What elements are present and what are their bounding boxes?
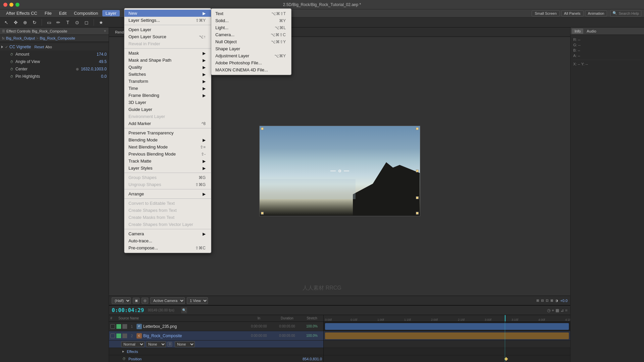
menu-open-layer-source[interactable]: Open Layer Source ⌥↑	[124, 33, 211, 40]
menu-mask-shape-path[interactable]: Mask and Shape Path ▶	[124, 57, 211, 64]
timeline-snap-icon[interactable]: ⌗	[565, 308, 568, 313]
viewer-gizmo-icon[interactable]: ⊠	[550, 299, 553, 302]
tool-select[interactable]: ↖	[3, 19, 10, 26]
menu-transform[interactable]: Transform ▶	[124, 78, 211, 85]
stopwatch-pin-icon[interactable]: ⏱	[10, 75, 13, 78]
menu-guide-layer[interactable]: Guide Layer	[124, 106, 211, 113]
timeline-mask-icon[interactable]: ⊿	[560, 308, 564, 313]
crosshair-icon[interactable]: ⊕	[76, 67, 79, 71]
stopwatch-angle-icon[interactable]: ⏱	[10, 60, 13, 64]
menu-edit[interactable]: Edit	[56, 10, 70, 16]
workspace-animation[interactable]: Animation	[585, 10, 607, 16]
workspace-small-screen[interactable]: Small Screen	[532, 10, 559, 16]
menu-auto-trace[interactable]: Auto-trace...	[124, 237, 211, 244]
menu-switches[interactable]: Switches ▶	[124, 71, 211, 78]
submenu-cinema4d[interactable]: MAXON CINEMA 4D File...	[211, 66, 291, 73]
menu-pre-compose[interactable]: Pre-compose... ⇧⌘C	[124, 244, 211, 251]
menu-open-layer[interactable]: Open Layer	[124, 26, 211, 33]
menu-ae[interactable]: After Effects CC	[3, 10, 41, 16]
viewer-3d-icon[interactable]: ⊞	[536, 299, 539, 302]
viewer-toggle[interactable]: ▣	[133, 298, 140, 304]
tool-clone[interactable]: ⊙	[73, 19, 81, 26]
viewer-safe-icon[interactable]: ⊡	[546, 299, 548, 302]
layer-shy-2[interactable]: ☰	[167, 342, 172, 347]
menu-layer[interactable]: Layer	[102, 10, 120, 16]
reset-button[interactable]: Reset	[34, 45, 44, 49]
submenu-adjustment[interactable]: Adjustment Layer ⌥⌘Y	[211, 52, 291, 59]
stopwatch-center-icon[interactable]: ⏱	[10, 67, 13, 71]
menu-3d-layer[interactable]: 3D Layer	[124, 99, 211, 106]
rtab-info[interactable]: Info	[572, 28, 583, 34]
menu-new[interactable]: New ▶ Text ⌥⌘⇧T Solid... ⌘Y Light... ⌥⌘L…	[124, 10, 211, 17]
submenu-shape[interactable]: Shape Layer	[211, 45, 291, 52]
camera-select[interactable]: Active Camera	[150, 297, 185, 304]
tool-hand[interactable]: ✥	[12, 19, 19, 26]
menu-time[interactable]: Time ▶	[124, 85, 211, 92]
viewer-mask-icon[interactable]: ◑	[555, 299, 558, 302]
menu-layer-settings[interactable]: Layer Settings... ⇧⌘Y	[124, 17, 211, 24]
layer-name-1[interactable]: Letterbox_235.png	[143, 324, 244, 329]
menu-file[interactable]: File	[41, 10, 55, 16]
menu-blending-mode[interactable]: Blending Mode ▶	[124, 136, 211, 143]
viewer-solo[interactable]: ◎	[142, 298, 148, 304]
stopwatch-pos-icon[interactable]: ⏱	[122, 357, 126, 361]
workspace-all-panels[interactable]: All Panels	[561, 10, 584, 16]
submenu-light[interactable]: Light... ⌥⌘L	[211, 24, 291, 31]
menu-add-marker[interactable]: Add Marker ^8	[124, 120, 211, 127]
menu-preserve-transparency[interactable]: Preserve Transparency	[124, 129, 211, 136]
minimize-button[interactable]	[9, 3, 13, 7]
search-frame-icon[interactable]: 🔍	[181, 307, 187, 313]
param-angle-value[interactable]: 49.5	[99, 59, 107, 64]
tool-eraser[interactable]: ◻	[83, 19, 90, 26]
menu-camera[interactable]: Camera ▶	[124, 230, 211, 237]
effects-expand-icon[interactable]	[122, 351, 124, 353]
expand-triangle-icon[interactable]	[1, 46, 3, 48]
tool-rect[interactable]: ▭	[45, 19, 53, 26]
submenu-camera[interactable]: Camera... ⌥⌘⇧C	[211, 31, 291, 38]
tool-text[interactable]: T	[64, 19, 71, 26]
position-value[interactable]: 854.0,831.0	[303, 357, 322, 361]
submenu-solid[interactable]: Solid... ⌘Y	[211, 17, 291, 24]
menu-arrange[interactable]: Arrange ▶	[124, 190, 211, 197]
layer-lock-1[interactable]	[122, 324, 127, 329]
layer-solo-1[interactable]	[110, 324, 115, 329]
timeline-lock-icon[interactable]: ⌖	[552, 308, 554, 313]
track-matte-select2-2[interactable]: None	[175, 341, 195, 347]
tool-pen[interactable]: ✏	[55, 19, 62, 26]
playhead[interactable]	[505, 315, 505, 321]
layer-name-2[interactable]: Big_Rock_Composite	[143, 334, 244, 338]
fullscreen-button[interactable]	[15, 3, 19, 7]
menu-quality[interactable]: Quality ▶	[124, 64, 211, 71]
menu-frame-blending[interactable]: Frame Blending ▶	[124, 92, 211, 99]
param-center-value[interactable]: 1632.0,1003.0	[81, 67, 107, 71]
checkbox-icon[interactable]: ✓	[5, 45, 8, 49]
blend-mode-select-2[interactable]: Normal	[121, 341, 145, 347]
tool-zoom[interactable]: ⊕	[21, 19, 29, 26]
track-matte-select-2[interactable]: None	[146, 341, 166, 347]
close-button[interactable]	[3, 3, 7, 7]
keyframe-diamond[interactable]	[504, 357, 508, 361]
param-pin-value[interactable]: 0.0	[101, 74, 107, 79]
menu-next-blending-mode[interactable]: Next Blending Mode ⇧=	[124, 143, 211, 150]
layer-eye-2[interactable]	[116, 334, 121, 338]
rtab-audio[interactable]: Audio	[584, 28, 599, 34]
tool-puppet[interactable]: ★	[97, 19, 105, 26]
submenu-text[interactable]: Text ⌥⌘⇧T	[211, 10, 291, 17]
layer-lock-2[interactable]	[122, 334, 127, 338]
zoom-select[interactable]: (Half)	[112, 297, 131, 304]
menu-previous-blending-mode[interactable]: Previous Blending Mode ⇧-	[124, 150, 211, 158]
layer-solo-2[interactable]	[110, 334, 115, 338]
views-select[interactable]: 1 View	[187, 297, 208, 304]
search-box[interactable]: 🔍 Search Help	[610, 10, 641, 17]
menu-mask[interactable]: Mask ▶	[124, 50, 211, 57]
viewer-grid-icon[interactable]: ⊟	[541, 299, 544, 302]
submenu-photoshop[interactable]: Adobe Photoshop File...	[211, 59, 291, 66]
menu-track-matte[interactable]: Track Matte ▶	[124, 158, 211, 165]
layer-eye-1[interactable]	[116, 324, 121, 329]
submenu-null[interactable]: Null Object ⌥⌘⇧Y	[211, 38, 291, 45]
abo-button[interactable]: Abo	[45, 45, 52, 49]
tool-rotate[interactable]: ↻	[31, 19, 38, 26]
param-amount-value[interactable]: 174.0	[97, 52, 107, 57]
menu-composition[interactable]: Composition	[70, 10, 101, 16]
stopwatch-amount-icon[interactable]: ⏱	[10, 53, 13, 56]
